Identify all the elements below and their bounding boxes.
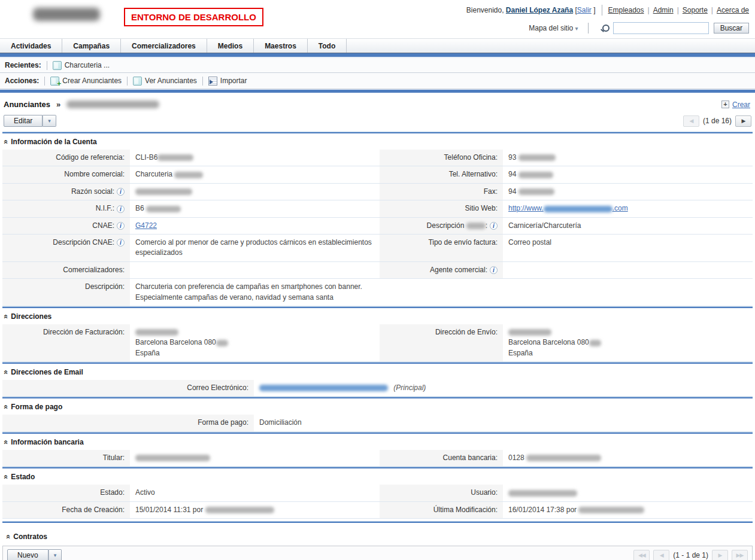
record-toolbar: Editar ▾ ◀ (1 de 16) ▶ [2, 115, 753, 132]
app-window: ENTORNO DE DESARROLLO Bienvenido, Daniel… [0, 0, 755, 560]
logout-link[interactable]: Salir [577, 6, 592, 14]
separator: | [711, 6, 713, 14]
section-header-email[interactable]: « Direcciones de Email [2, 364, 753, 380]
action-importar[interactable]: Importar [208, 77, 247, 86]
field-value: Activo [130, 485, 380, 501]
section-header-cuenta[interactable]: « Información de la Cuenta [2, 133, 753, 150]
redacted-text [135, 455, 210, 461]
section-header-pago[interactable]: « Forma de pago [2, 398, 753, 415]
field-label: CNAE:i [2, 218, 130, 235]
separator: | [648, 6, 650, 14]
direcciones-grid: Dirección de Facturación: Barcelona Barc… [2, 324, 753, 362]
email-link[interactable] [259, 384, 388, 392]
field-label: Nombre comercial: [2, 166, 130, 183]
search-button[interactable]: Buscar [714, 23, 749, 34]
next-record-button[interactable]: ▶ [735, 115, 751, 127]
collapse-icon: « [5, 534, 11, 538]
redacted-record-name [66, 101, 159, 108]
redacted-text [259, 385, 388, 391]
user-links-row: Bienvenido, Daniel López Azaña [ Salir ]… [466, 5, 749, 16]
pago-grid: Forma de pago: Domiciliación [2, 415, 753, 431]
info-icon[interactable]: i [117, 205, 125, 213]
info-icon[interactable]: i [490, 222, 498, 230]
prev-record-button[interactable]: ◀ [683, 115, 699, 127]
collapse-icon: « [3, 139, 9, 144]
soporte-link[interactable]: Soporte [683, 6, 708, 14]
edit-button[interactable]: Editar [4, 115, 43, 127]
separator [127, 77, 128, 86]
banco-grid: Titular: Cuenta bancaria: 0128 [2, 450, 753, 467]
prev-page-button[interactable]: ◀ [653, 550, 669, 560]
tab-campanas[interactable]: Campañas [62, 39, 121, 53]
info-icon[interactable]: i [117, 222, 125, 230]
field-label: Descripción: [2, 279, 130, 306]
section-header-direcciones[interactable]: « Direcciones [2, 308, 753, 324]
edit-dropdown-button[interactable]: ▾ [43, 115, 56, 127]
recent-item-charcuteria[interactable]: Charcuteria ... [53, 61, 110, 70]
field-label: Comercializadores: [2, 262, 130, 279]
last-page-button[interactable]: ▶▶ [732, 550, 748, 560]
contratos-toolbar: Nuevo ▾ ◀◀ ◀ (1 - 1 de 1) ▶ ▶▶ [3, 546, 752, 560]
empleados-link[interactable]: Empleados [608, 6, 644, 14]
field-label: Descripción CNAE:i [2, 235, 130, 262]
field-value: 16/01/2014 17:38 por [503, 502, 753, 519]
separator [602, 5, 602, 16]
record-icon [53, 61, 62, 70]
field-label: Fax: [380, 184, 503, 200]
field-label: Dirección de Facturación: [2, 324, 130, 362]
create-record-icon [50, 77, 59, 86]
search-input[interactable] [613, 22, 709, 34]
breadcrumb: Anunciantes » [4, 100, 159, 109]
field-value: 15/01/2014 11:31 por [130, 502, 380, 519]
email-grid: Correo Electrónico: (Principal) [2, 380, 753, 397]
crear-link[interactable]: Crear [732, 101, 750, 109]
tab-maestros[interactable]: Maestros [254, 39, 308, 53]
section-header-banco[interactable]: « Información bancaria [2, 434, 753, 450]
next-page-button[interactable]: ▶ [712, 550, 728, 560]
tab-comercializadores[interactable]: Comercializadores [121, 39, 207, 53]
view-records-icon [133, 77, 142, 86]
website-link[interactable]: http://www..com [508, 204, 628, 212]
sitemap-menu[interactable]: Mapa del sitio ▾ [529, 24, 578, 32]
nuevo-button[interactable]: Nuevo [7, 549, 48, 560]
acerca-de-link[interactable]: Acerca de [717, 6, 749, 14]
redacted-text [216, 340, 228, 346]
redacted-text [578, 507, 644, 513]
tab-medios[interactable]: Medios [207, 39, 254, 53]
info-icon[interactable]: i [117, 188, 125, 196]
bracket-close: ] [593, 6, 595, 14]
section-divider [2, 521, 753, 523]
environment-banner: ENTORNO DE DESARROLLO [124, 8, 263, 26]
field-value: Domiciliación [254, 415, 753, 431]
action-crear-anunciantes[interactable]: Crear Anunciantes [50, 77, 122, 86]
chevron-down-icon: ▾ [48, 118, 51, 124]
field-value: 93 [503, 150, 753, 166]
field-value: 0128 [503, 450, 753, 467]
create-link-wrap: + Crear [721, 101, 750, 109]
record-title-row: Anunciantes » + Crear [2, 98, 753, 115]
tab-todo[interactable]: Todo [308, 39, 347, 53]
section-header-contratos[interactable]: « Contratos [2, 528, 753, 544]
redacted-text [466, 223, 486, 229]
field-value: Carnicería/Charcutería [503, 218, 753, 235]
current-user-link[interactable]: Daniel López Azaña [506, 6, 573, 14]
collapse-icon: « [3, 370, 9, 374]
section-header-estado[interactable]: « Estado [2, 468, 753, 485]
redacted-text [146, 206, 181, 212]
field-label: Estado: [2, 485, 130, 501]
action-ver-anunciantes[interactable]: Ver Anunciantes [133, 77, 197, 86]
info-icon[interactable]: i [490, 266, 498, 274]
collapse-icon: « [3, 440, 9, 444]
record-pager: ◀ (1 de 16) ▶ [683, 115, 751, 127]
nuevo-dropdown-button[interactable]: ▾ [48, 549, 62, 560]
actions-strip: Acciones: Crear Anunciantes Ver Anuncian… [0, 73, 755, 89]
admin-link[interactable]: Admin [653, 6, 674, 14]
contratos-pagination-text: (1 - 1 de 1) [673, 551, 708, 559]
field-value: G4722 [130, 218, 380, 235]
info-icon[interactable]: i [117, 239, 125, 246]
company-logo[interactable] [33, 8, 100, 21]
cnae-link[interactable]: G4722 [135, 221, 157, 230]
field-value: 94 [503, 166, 753, 183]
first-page-button[interactable]: ◀◀ [633, 550, 650, 560]
tab-actividades[interactable]: Actividades [0, 39, 62, 53]
